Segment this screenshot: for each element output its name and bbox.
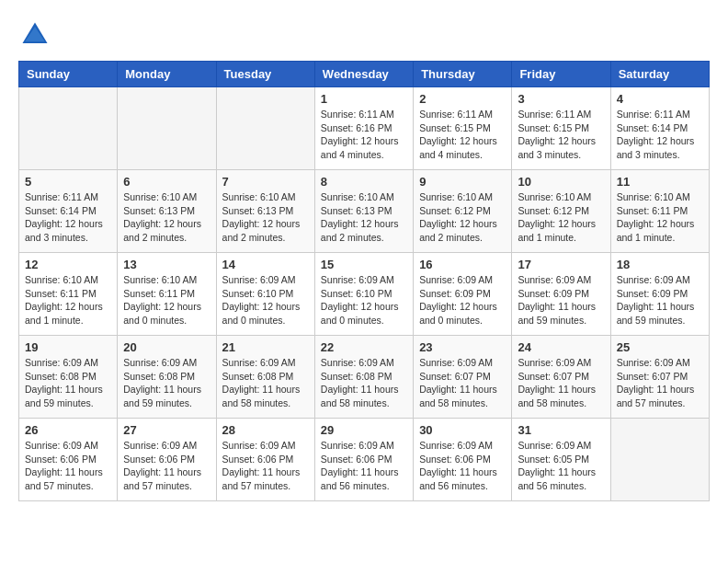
day-number: 16 [419, 258, 506, 271]
day-info: Sunrise: 6:11 AM Sunset: 6:16 PM Dayligh… [321, 108, 407, 162]
day-number: 20 [123, 340, 210, 354]
day-number: 2 [419, 92, 506, 106]
calendar-cell: 1Sunrise: 6:11 AM Sunset: 6:16 PM Daylig… [314, 87, 413, 170]
day-info: Sunrise: 6:09 AM Sunset: 6:08 PM Dayligh… [123, 356, 210, 410]
day-info: Sunrise: 6:10 AM Sunset: 6:12 PM Dayligh… [518, 190, 604, 245]
day-number: 24 [518, 340, 604, 354]
day-info: Sunrise: 6:09 AM Sunset: 6:06 PM Dayligh… [123, 439, 210, 493]
day-info: Sunrise: 6:11 AM Sunset: 6:14 PM Dayligh… [617, 108, 703, 162]
calendar-cell: 11Sunrise: 6:10 AM Sunset: 6:11 PM Dayli… [610, 170, 709, 253]
day-number: 6 [123, 175, 210, 189]
calendar-cell: 26Sunrise: 6:09 AM Sunset: 6:06 PM Dayli… [19, 419, 118, 501]
day-number: 4 [617, 92, 703, 106]
day-number: 23 [419, 340, 506, 354]
day-info: Sunrise: 6:10 AM Sunset: 6:12 PM Dayligh… [419, 190, 506, 245]
day-info: Sunrise: 6:09 AM Sunset: 6:07 PM Dayligh… [617, 356, 703, 410]
col-header-thursday: Thursday [414, 62, 512, 87]
day-number: 9 [419, 175, 506, 189]
calendar-cell: 6Sunrise: 6:10 AM Sunset: 6:13 PM Daylig… [118, 170, 216, 253]
calendar-cell [118, 87, 216, 170]
day-number: 26 [25, 423, 111, 437]
day-info: Sunrise: 6:11 AM Sunset: 6:14 PM Dayligh… [25, 190, 111, 245]
day-number: 13 [123, 258, 210, 271]
day-info: Sunrise: 6:09 AM Sunset: 6:09 PM Dayligh… [617, 273, 703, 327]
calendar-cell: 27Sunrise: 6:09 AM Sunset: 6:06 PM Dayli… [118, 419, 216, 501]
day-number: 17 [518, 258, 604, 271]
calendar-cell [610, 419, 709, 501]
calendar-cell: 28Sunrise: 6:09 AM Sunset: 6:06 PM Dayli… [216, 419, 314, 501]
day-number: 5 [25, 175, 111, 189]
day-number: 3 [518, 92, 604, 106]
day-number: 22 [321, 340, 407, 354]
day-info: Sunrise: 6:11 AM Sunset: 6:15 PM Dayligh… [518, 108, 604, 162]
calendar-cell: 24Sunrise: 6:09 AM Sunset: 6:07 PM Dayli… [512, 336, 610, 419]
calendar-cell: 12Sunrise: 6:10 AM Sunset: 6:11 PM Dayli… [19, 253, 118, 336]
calendar-cell: 22Sunrise: 6:09 AM Sunset: 6:08 PM Dayli… [314, 336, 413, 419]
day-number: 18 [617, 258, 703, 271]
calendar-table: SundayMondayTuesdayWednesdayThursdayFrid… [18, 61, 710, 501]
day-info: Sunrise: 6:09 AM Sunset: 6:10 PM Dayligh… [321, 273, 407, 327]
calendar-cell: 23Sunrise: 6:09 AM Sunset: 6:07 PM Dayli… [414, 336, 512, 419]
calendar-cell: 14Sunrise: 6:09 AM Sunset: 6:10 PM Dayli… [216, 253, 314, 336]
col-header-saturday: Saturday [610, 62, 709, 87]
day-number: 19 [25, 340, 111, 354]
calendar-cell: 21Sunrise: 6:09 AM Sunset: 6:08 PM Dayli… [216, 336, 314, 419]
day-info: Sunrise: 6:10 AM Sunset: 6:13 PM Dayligh… [321, 190, 407, 245]
day-info: Sunrise: 6:09 AM Sunset: 6:08 PM Dayligh… [25, 356, 111, 410]
calendar-week-2: 5Sunrise: 6:11 AM Sunset: 6:14 PM Daylig… [19, 170, 710, 253]
day-info: Sunrise: 6:09 AM Sunset: 6:10 PM Dayligh… [222, 273, 309, 327]
calendar-cell: 15Sunrise: 6:09 AM Sunset: 6:10 PM Dayli… [314, 253, 413, 336]
day-number: 29 [321, 423, 407, 437]
day-info: Sunrise: 6:09 AM Sunset: 6:09 PM Dayligh… [518, 273, 604, 327]
day-info: Sunrise: 6:10 AM Sunset: 6:11 PM Dayligh… [617, 190, 703, 245]
col-header-friday: Friday [512, 62, 610, 87]
calendar-cell: 4Sunrise: 6:11 AM Sunset: 6:14 PM Daylig… [610, 87, 709, 170]
calendar-header-row: SundayMondayTuesdayWednesdayThursdayFrid… [19, 62, 710, 87]
calendar-week-1: 1Sunrise: 6:11 AM Sunset: 6:16 PM Daylig… [19, 87, 710, 170]
calendar-cell: 19Sunrise: 6:09 AM Sunset: 6:08 PM Dayli… [19, 336, 118, 419]
day-number: 8 [321, 175, 407, 189]
calendar-cell: 9Sunrise: 6:10 AM Sunset: 6:12 PM Daylig… [414, 170, 512, 253]
day-info: Sunrise: 6:10 AM Sunset: 6:11 PM Dayligh… [25, 273, 111, 327]
calendar-cell: 10Sunrise: 6:10 AM Sunset: 6:12 PM Dayli… [512, 170, 610, 253]
day-info: Sunrise: 6:10 AM Sunset: 6:13 PM Dayligh… [123, 190, 210, 245]
calendar-cell: 17Sunrise: 6:09 AM Sunset: 6:09 PM Dayli… [512, 253, 610, 336]
day-info: Sunrise: 6:10 AM Sunset: 6:11 PM Dayligh… [123, 273, 210, 327]
calendar-cell: 20Sunrise: 6:09 AM Sunset: 6:08 PM Dayli… [118, 336, 216, 419]
calendar-cell: 29Sunrise: 6:09 AM Sunset: 6:06 PM Dayli… [314, 419, 413, 501]
day-info: Sunrise: 6:09 AM Sunset: 6:06 PM Dayligh… [222, 439, 309, 493]
day-number: 10 [518, 175, 604, 189]
day-number: 30 [419, 423, 506, 437]
col-header-sunday: Sunday [19, 62, 118, 87]
day-number: 15 [321, 258, 407, 271]
day-number: 12 [25, 258, 111, 271]
calendar-cell: 13Sunrise: 6:10 AM Sunset: 6:11 PM Dayli… [118, 253, 216, 336]
calendar-cell: 18Sunrise: 6:09 AM Sunset: 6:09 PM Dayli… [610, 253, 709, 336]
calendar-week-5: 26Sunrise: 6:09 AM Sunset: 6:06 PM Dayli… [19, 419, 710, 501]
calendar-cell [19, 87, 118, 170]
day-info: Sunrise: 6:09 AM Sunset: 6:09 PM Dayligh… [419, 273, 506, 327]
calendar-cell: 25Sunrise: 6:09 AM Sunset: 6:07 PM Dayli… [610, 336, 709, 419]
day-number: 28 [222, 423, 309, 437]
logo [18, 18, 57, 52]
day-number: 25 [617, 340, 703, 354]
col-header-wednesday: Wednesday [314, 62, 413, 87]
calendar-cell: 31Sunrise: 6:09 AM Sunset: 6:05 PM Dayli… [512, 419, 610, 501]
day-number: 31 [518, 423, 604, 437]
day-info: Sunrise: 6:09 AM Sunset: 6:08 PM Dayligh… [321, 356, 407, 410]
day-number: 7 [222, 175, 309, 189]
day-info: Sunrise: 6:09 AM Sunset: 6:07 PM Dayligh… [518, 356, 604, 410]
day-info: Sunrise: 6:11 AM Sunset: 6:15 PM Dayligh… [419, 108, 506, 162]
day-info: Sunrise: 6:09 AM Sunset: 6:05 PM Dayligh… [518, 439, 604, 493]
calendar-cell: 16Sunrise: 6:09 AM Sunset: 6:09 PM Dayli… [414, 253, 512, 336]
calendar-cell: 5Sunrise: 6:11 AM Sunset: 6:14 PM Daylig… [19, 170, 118, 253]
day-number: 11 [617, 175, 703, 189]
day-number: 27 [123, 423, 210, 437]
calendar-week-4: 19Sunrise: 6:09 AM Sunset: 6:08 PM Dayli… [19, 336, 710, 419]
calendar-week-3: 12Sunrise: 6:10 AM Sunset: 6:11 PM Dayli… [19, 253, 710, 336]
calendar-cell: 30Sunrise: 6:09 AM Sunset: 6:06 PM Dayli… [414, 419, 512, 501]
calendar-cell: 7Sunrise: 6:10 AM Sunset: 6:13 PM Daylig… [216, 170, 314, 253]
day-number: 21 [222, 340, 309, 354]
day-number: 14 [222, 258, 309, 271]
day-info: Sunrise: 6:10 AM Sunset: 6:13 PM Dayligh… [222, 190, 309, 245]
